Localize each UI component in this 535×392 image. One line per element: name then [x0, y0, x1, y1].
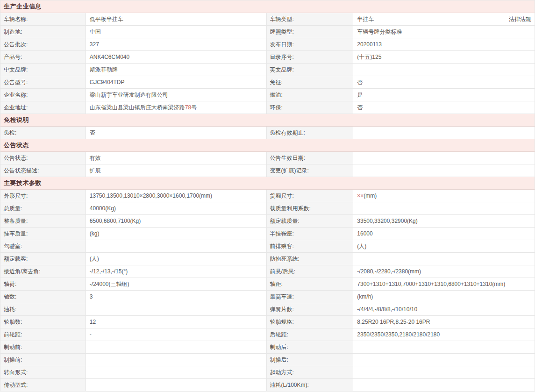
field-value: 否	[86, 127, 267, 139]
field-label: 制操后:	[267, 354, 354, 366]
field-label-text: 挂车质量:	[4, 230, 28, 238]
laws-regulations-link[interactable]: 法律法规	[509, 15, 535, 23]
value-text: 扩展	[90, 167, 101, 175]
field-label-text: 牌照类型:	[270, 28, 294, 36]
table-row: 制操前:制操后:	[0, 354, 535, 366]
field-label: 制动前:	[0, 341, 86, 353]
field-label-text: 制操前:	[4, 356, 22, 364]
section-title: 主要技术参数	[4, 179, 42, 187]
section-header: 免检说明	[0, 114, 535, 127]
table-row: 转向形式:起动方式:	[0, 366, 535, 379]
field-label-text: 前悬/后悬:	[270, 268, 296, 276]
field-label-text: 公告生效日期:	[270, 154, 305, 162]
value-text: 33500,33200,32900(Kg)	[357, 218, 417, 224]
field-label-text: 驾驶室:	[4, 242, 22, 250]
table-row: 轴数:3最高车速:(km/h)	[0, 291, 535, 303]
value-text: -/12,-/13,-/15(°)	[90, 268, 128, 275]
field-label-text: 车辆类型:	[270, 15, 294, 23]
table-row: 轴荷:-/24000(三轴组)轴距:7300+1310+1310,7000+13…	[0, 278, 535, 291]
field-value: -	[86, 328, 267, 341]
field-label: 弹簧片数:	[267, 303, 354, 315]
value-text: 40000(Kg)	[90, 205, 116, 212]
field-value: 车辆号牌分类标准	[353, 26, 535, 38]
value-text: 半挂车	[357, 15, 374, 23]
field-label: 后轮距:	[267, 328, 354, 341]
field-value: 否	[353, 76, 535, 88]
value-text: 梁山新宇车业研发制造有限公司	[90, 91, 168, 99]
field-label: 油耗(L/100Km):	[267, 379, 354, 391]
table-row: 企业地址:山东省梁山县梁山镇后庄大桥南梁济路78号环保:否	[0, 101, 535, 114]
field-label: 牌照类型:	[267, 26, 354, 38]
value-text: -/2080,-/2280,-/2380(mm)	[357, 268, 421, 275]
field-value	[353, 366, 535, 378]
field-label: 燃油:	[267, 89, 354, 101]
field-value: 8.25R20 16PR,8.25-20 16PR	[353, 316, 535, 328]
field-value: 扩展	[86, 164, 267, 177]
field-value: 20200113	[353, 38, 535, 50]
field-value	[353, 253, 535, 265]
field-label: 轴数:	[0, 291, 86, 303]
table-row: 整备质量:6500,6800,7100(Kg)额定载质量:33500,33200…	[0, 215, 535, 228]
value-text: (人)	[90, 255, 99, 263]
field-value	[353, 202, 535, 214]
field-label: 制操前:	[0, 354, 86, 366]
field-label: 前悬/后悬:	[267, 265, 354, 278]
field-value: -/4/4/4,-/8/8/8,-/10/10/10	[353, 303, 535, 315]
table-row: 公告状态描述:扩展变更(扩展)记录:	[0, 164, 535, 177]
field-value	[353, 354, 535, 366]
field-value: 斯派菲勒牌	[86, 64, 267, 76]
field-label-text: 制动后:	[270, 343, 288, 351]
field-value: ANK4C6CM040	[86, 51, 267, 63]
field-label-text: 轴荷:	[4, 280, 16, 288]
field-value	[86, 354, 267, 366]
section-title: 生产企业信息	[4, 2, 42, 11]
field-value: GJC9404TDP	[86, 76, 267, 88]
field-label-text: 前轮距:	[4, 331, 22, 339]
field-label-text: 免检有效期止:	[270, 129, 305, 137]
field-value: 低平板半挂车	[86, 13, 267, 25]
field-label: 挂车质量:	[0, 228, 86, 240]
field-value: 7300+1310+1310,7000+1310+1310,6800+1310+…	[353, 278, 535, 290]
section-header: 公告状态	[0, 139, 535, 152]
value-text: 13750,13500,13010×2800,3000×1600,1700(mm…	[90, 192, 212, 199]
field-label: 传动型式:	[0, 379, 86, 391]
section-title: 免检说明	[4, 116, 29, 124]
table-row: 车辆名称:低平板半挂车车辆类型:半挂车法律法规	[0, 13, 535, 26]
field-label-text: 英文品牌:	[270, 66, 294, 74]
value-text: 3	[90, 293, 93, 300]
field-label-text: 额定载质量:	[270, 217, 300, 225]
value-text: -/4/4/4,-/8/8/8,-/10/10/10	[357, 306, 417, 313]
field-label-text: 起动方式:	[270, 369, 294, 377]
field-label: 免检:	[0, 127, 86, 139]
field-label: 目录序号:	[267, 51, 354, 63]
field-label-text: 总质量:	[4, 205, 22, 213]
value-text: -	[90, 331, 92, 338]
field-label: 车辆名称:	[0, 13, 86, 25]
value-text: 号	[191, 104, 197, 112]
field-value: 6500,6800,7100(Kg)	[86, 215, 267, 227]
field-label: 轴荷:	[0, 278, 86, 290]
field-label: 总质量:	[0, 202, 86, 214]
field-label-text: 前排乘客:	[270, 242, 294, 250]
field-label-text: 后轮距:	[270, 331, 288, 339]
field-label: 企业地址:	[0, 101, 86, 114]
value-text: 山东省梁山县梁山镇后庄大桥南梁济路	[90, 104, 185, 112]
table-row: 接近角/离去角:-/12,-/13,-/15(°)前悬/后悬:-/2080,-/…	[0, 265, 535, 278]
field-value: 13750,13500,13010×2800,3000×1600,1700(mm…	[86, 190, 267, 202]
field-label: 油耗:	[0, 303, 86, 315]
field-label: 车辆类型:	[267, 13, 354, 25]
field-value: 半挂车法律法规	[353, 13, 535, 25]
field-label-text: 额定载客:	[4, 255, 28, 263]
field-value: 327	[86, 38, 267, 50]
value-text: 斯派菲勒牌	[90, 66, 118, 74]
field-value: 是	[353, 89, 535, 101]
field-label-text: 公告批次:	[4, 41, 28, 49]
field-value: -/12,-/13,-/15(°)	[86, 265, 267, 278]
field-label-text: 载质量利用系数:	[270, 205, 311, 213]
section-header: 主要技术参数	[0, 177, 535, 190]
value-text: 6500,6800,7100(Kg)	[90, 218, 141, 224]
field-value	[86, 341, 267, 353]
field-value: (km/h)	[353, 291, 535, 303]
field-label-text: 公告型号:	[4, 78, 28, 86]
value-text: 8.25R20 16PR,8.25-20 16PR	[357, 319, 430, 325]
